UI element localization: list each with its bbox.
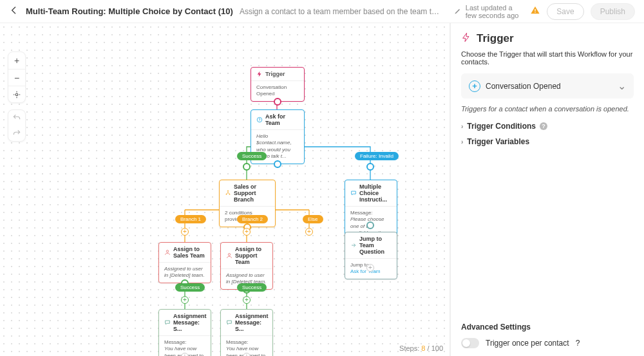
node-msg-sales[interactable]: Assignment Message: S... Message:You hav… (158, 309, 211, 356)
node-assign-sales-title: Assign to Sales Team (173, 246, 205, 259)
steps-counter: Steps: 8 / 100 (399, 344, 443, 352)
sidebar-desc: Choose the Trigger that will start this … (461, 50, 634, 66)
node-mc-title: Multiple Choice Instructi... (359, 183, 392, 203)
undo-button[interactable] (8, 110, 25, 126)
port-success[interactable] (243, 163, 251, 171)
user-icon (164, 249, 171, 256)
svg-rect-0 (535, 9, 536, 11)
jump-target-link[interactable]: Ask for Team (350, 268, 381, 274)
add-step-else[interactable]: + (305, 228, 313, 236)
warning-icon[interactable] (530, 5, 540, 18)
node-assign-sales[interactable]: Assign to Sales Team Assigned to user in… (158, 242, 211, 283)
svg-rect-1 (535, 12, 536, 12)
port-failure[interactable] (366, 163, 374, 171)
node-ask-title: Ask for Team (265, 113, 299, 126)
port-out[interactable] (274, 98, 281, 106)
trigger-once-label: Trigger once per contact (486, 339, 569, 348)
add-step-after-support[interactable]: + (243, 296, 251, 304)
port-out[interactable] (274, 160, 281, 168)
label-success-support: Success (237, 283, 267, 292)
label-branch1: Branch 1 (175, 215, 206, 223)
user-icon (226, 252, 232, 259)
chevron-right-icon: › (461, 138, 463, 145)
help-icon[interactable]: ? (540, 122, 547, 130)
last-updated: Last updated a few seconds ago (454, 4, 524, 19)
page-title: Multi-Team Routing: Multiple Choice by C… (26, 6, 233, 16)
workflow-canvas[interactable]: + − (0, 23, 451, 356)
plus-circle-icon: + (469, 80, 480, 92)
bolt-icon (256, 71, 263, 77)
message-icon (164, 319, 171, 326)
publish-button[interactable]: Publish (591, 3, 635, 20)
label-branch2: Branch 2 (237, 215, 268, 223)
advanced-title: Advanced Settings (461, 323, 634, 332)
node-branch-title: Sales or Support Branch (234, 183, 270, 203)
zoom-out-button[interactable]: − (8, 69, 25, 86)
svg-point-19 (227, 190, 229, 191)
zoom-in-button[interactable]: + (8, 52, 25, 69)
node-assign-support-title: Assign to Support Team (235, 246, 267, 265)
message-icon (226, 319, 232, 326)
inspector-sidebar: Trigger Choose the Trigger that will sta… (451, 23, 644, 356)
svg-point-23 (228, 254, 230, 256)
add-step-end-sales[interactable]: + (181, 353, 189, 356)
history-controls (8, 109, 26, 142)
save-button[interactable]: Save (547, 3, 583, 20)
trigger-select-label: Conversation Opened (486, 82, 612, 91)
node-trigger-title: Trigger (265, 71, 285, 77)
trigger-once-toggle[interactable] (461, 338, 479, 348)
chevron-down-icon: ⌄ (618, 80, 626, 92)
branch-icon (225, 190, 231, 196)
page-subtitle: Assign a contact to a team member based … (240, 7, 441, 16)
label-failure: Failure: Invalid (355, 152, 399, 160)
trigger-note: Triggers for a contact when a conversati… (461, 105, 634, 113)
last-updated-text: Last updated a few seconds ago (466, 4, 524, 19)
label-success: Success (237, 152, 267, 160)
message-icon (350, 190, 357, 196)
node-msg-sales-title: Assignment Message: S... (173, 313, 207, 332)
trigger-select[interactable]: + Conversation Opened ⌄ (461, 73, 634, 98)
zoom-controls: + − (8, 52, 26, 103)
svg-text:?: ? (258, 118, 260, 122)
node-assign-support[interactable]: Assign to Support Team Assigned to user … (220, 242, 273, 290)
add-step-branch2[interactable]: + (243, 228, 251, 236)
advanced-settings: Advanced Settings Trigger once per conta… (461, 323, 634, 348)
svg-point-2 (15, 93, 18, 96)
redo-button[interactable] (8, 126, 25, 141)
port-mc-out[interactable] (366, 221, 374, 229)
sidebar-title: Trigger (477, 32, 514, 45)
add-step-after-jump[interactable]: + (366, 264, 374, 272)
node-jump-title: Jump to Team Question (359, 236, 392, 255)
jump-icon (350, 242, 357, 248)
label-else: Else (303, 215, 323, 223)
add-step-branch1[interactable]: + (181, 228, 189, 236)
question-icon: ? (256, 117, 263, 123)
label-success-sales: Success (175, 283, 205, 292)
add-step-end-support[interactable]: + (243, 353, 251, 356)
svg-point-20 (226, 194, 227, 195)
add-step-after-sales[interactable]: + (181, 296, 189, 304)
node-trigger[interactable]: Trigger Conversation Opened (251, 67, 305, 102)
help-icon[interactable]: ? (576, 339, 580, 348)
app-header: Multi-Team Routing: Multiple Choice by C… (0, 0, 644, 23)
pencil-icon[interactable] (454, 7, 462, 16)
svg-point-21 (229, 194, 231, 195)
node-jump[interactable]: Jump to Team Question Jump toAsk for Tea… (345, 232, 397, 279)
bolt-icon (461, 32, 471, 45)
node-msg-support[interactable]: Assignment Message: S... Message:You hav… (220, 309, 273, 356)
chevron-right-icon: › (461, 123, 463, 130)
back-arrow-icon[interactable] (9, 5, 19, 18)
svg-point-22 (166, 250, 168, 252)
zoom-fit-button[interactable] (8, 86, 25, 102)
trigger-conditions-section[interactable]: › Trigger Conditions ? (461, 122, 634, 131)
node-msg-support-title: Assignment Message: S... (235, 313, 269, 332)
trigger-variables-section[interactable]: › Trigger Variables (461, 137, 634, 146)
